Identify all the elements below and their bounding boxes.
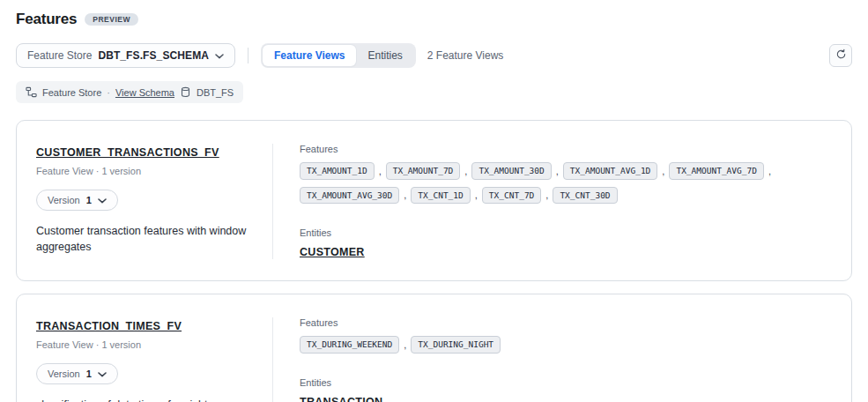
entities-list: CUSTOMER bbox=[300, 238, 832, 259]
features-label: Features bbox=[300, 144, 832, 154]
feature-views-count: 2 Feature Views bbox=[427, 49, 504, 62]
toolbar: Feature Store DBT_FS.FS_SCHEMA Feature V… bbox=[16, 43, 852, 68]
toolbar-divider bbox=[248, 48, 249, 63]
feature-chip[interactable]: TX_AMOUNT_7D bbox=[386, 162, 461, 179]
tab-entities[interactable]: Entities bbox=[356, 45, 413, 66]
features-page: Features PREVIEW Feature Store DBT_FS.FS… bbox=[0, 0, 868, 402]
chip-separator: , bbox=[475, 190, 478, 200]
card-left-column: CUSTOMER_TRANSACTIONS_FV Feature View · … bbox=[36, 144, 272, 259]
chip-separator: , bbox=[404, 339, 406, 350]
features-chip-list: TX_AMOUNT_1D,TX_AMOUNT_7D,TX_AMOUNT_30D,… bbox=[300, 162, 832, 204]
preview-badge: PREVIEW bbox=[85, 13, 138, 26]
feature-chip[interactable]: TX_CNT_30D bbox=[553, 187, 617, 204]
chip-separator: , bbox=[379, 166, 382, 176]
entities-list: TRANSACTION bbox=[300, 388, 832, 402]
feature-chip[interactable]: TX_DURING_NIGHT bbox=[411, 336, 501, 353]
view-schema-link[interactable]: View Schema bbox=[115, 87, 174, 98]
feature-view-card: CUSTOMER_TRANSACTIONS_FV Feature View · … bbox=[16, 120, 852, 281]
feature-view-name-link[interactable]: CUSTOMER_TRANSACTIONS_FV bbox=[36, 146, 219, 159]
breadcrumb: Feature Store · View Schema DBT_FS bbox=[16, 81, 243, 103]
card-right-column: Features TX_DURING_WEEKEND,TX_DURING_NIG… bbox=[273, 317, 832, 402]
chip-separator: , bbox=[662, 166, 664, 176]
chip-separator: , bbox=[768, 166, 771, 176]
feature-view-card: TRANSACTION_TIMES_FV Feature View · 1 ve… bbox=[16, 294, 852, 402]
feature-view-meta: Feature View · 1 version bbox=[36, 339, 272, 350]
entities-label: Entities bbox=[300, 227, 832, 238]
version-dropdown[interactable]: Version 1 bbox=[36, 190, 118, 211]
breadcrumb-store-label: Feature Store bbox=[42, 87, 101, 98]
feature-store-selector-value: DBT_FS.FS_SCHEMA bbox=[98, 49, 209, 62]
feature-chip[interactable]: TX_AMOUNT_AVG_1D bbox=[563, 162, 658, 179]
features-label: Features bbox=[300, 317, 832, 328]
version-dropdown[interactable]: Version 1 bbox=[36, 363, 118, 384]
chip-separator: , bbox=[464, 166, 467, 176]
version-value: 1 bbox=[86, 368, 92, 379]
feature-chip[interactable]: TX_CNT_1D bbox=[411, 187, 470, 204]
tab-feature-views[interactable]: Feature Views bbox=[263, 45, 356, 66]
feature-chip[interactable]: TX_AMOUNT_1D bbox=[300, 162, 375, 179]
refresh-button[interactable] bbox=[829, 44, 852, 67]
chip-separator: , bbox=[545, 190, 548, 200]
view-tabs: Feature Views Entities bbox=[261, 43, 416, 68]
entities-label: Entities bbox=[300, 377, 832, 388]
feature-store-selector-label: Feature Store bbox=[27, 49, 92, 62]
card-left-column: TRANSACTION_TIMES_FV Feature View · 1 ve… bbox=[36, 317, 272, 402]
feature-chip[interactable]: TX_AMOUNT_30D bbox=[471, 162, 551, 179]
features-chip-list: TX_DURING_WEEKEND,TX_DURING_NIGHT bbox=[300, 336, 832, 353]
feature-view-description: classification of date times for nights … bbox=[36, 398, 256, 402]
feature-chip[interactable]: TX_AMOUNT_AVG_7D bbox=[669, 162, 764, 179]
feature-view-meta: Feature View · 1 version bbox=[36, 166, 272, 176]
chip-separator: , bbox=[556, 166, 559, 176]
chevron-down-icon bbox=[215, 49, 224, 62]
version-value: 1 bbox=[86, 195, 92, 205]
feature-chip[interactable]: TX_AMOUNT_AVG_30D bbox=[300, 187, 399, 204]
entity-link[interactable]: TRANSACTION bbox=[300, 396, 382, 402]
version-label: Version bbox=[48, 195, 80, 205]
page-title: Features bbox=[16, 11, 77, 28]
feature-view-name-link[interactable]: TRANSACTION_TIMES_FV bbox=[36, 320, 182, 332]
refresh-icon bbox=[835, 48, 847, 63]
entity-link[interactable]: CUSTOMER bbox=[300, 246, 365, 258]
feature-chip[interactable]: TX_DURING_WEEKEND bbox=[300, 336, 399, 353]
database-icon bbox=[180, 86, 191, 98]
chip-separator: , bbox=[404, 190, 406, 200]
breadcrumb-separator: · bbox=[107, 87, 110, 98]
feature-view-cards: CUSTOMER_TRANSACTIONS_FV Feature View · … bbox=[16, 120, 852, 402]
card-right-column: Features TX_AMOUNT_1D,TX_AMOUNT_7D,TX_AM… bbox=[273, 144, 832, 259]
version-label: Version bbox=[48, 368, 80, 379]
breadcrumb-database-name: DBT_FS bbox=[197, 87, 234, 98]
feature-view-description: Customer transaction features with windo… bbox=[36, 224, 256, 255]
chevron-down-icon bbox=[98, 368, 107, 379]
chevron-down-icon bbox=[98, 195, 107, 205]
schema-icon bbox=[26, 86, 37, 98]
title-row: Features PREVIEW bbox=[16, 11, 852, 28]
feature-store-selector[interactable]: Feature Store DBT_FS.FS_SCHEMA bbox=[16, 43, 235, 68]
feature-chip[interactable]: TX_CNT_7D bbox=[482, 187, 541, 204]
